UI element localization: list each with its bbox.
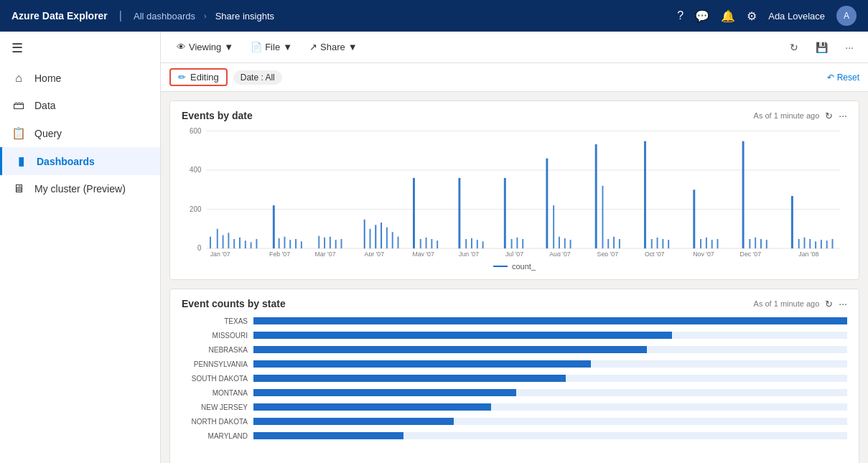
sidebar-item-cluster[interactable]: 🖥 My cluster (Preview) xyxy=(0,175,160,202)
bar-label: SOUTH DAKOTA xyxy=(182,375,253,383)
bar-track xyxy=(253,389,847,396)
bar-fill xyxy=(253,432,403,439)
chart2-refresh-icon[interactable]: ↻ xyxy=(825,299,833,309)
share-label: Share xyxy=(320,42,345,52)
refresh-button[interactable]: ↻ xyxy=(784,38,804,57)
bar-track xyxy=(253,346,847,353)
svg-rect-51 xyxy=(559,237,560,248)
svg-rect-14 xyxy=(245,240,246,248)
svg-rect-48 xyxy=(522,239,523,248)
bar-track xyxy=(253,418,847,425)
events-by-date-card: Events by date As of 1 minute ago ↻ ··· xyxy=(169,100,859,280)
svg-rect-59 xyxy=(644,141,646,248)
svg-rect-56 xyxy=(607,239,609,248)
svg-rect-30 xyxy=(375,225,376,248)
editing-box[interactable]: ✏ Editing xyxy=(169,68,228,86)
reset-label: Reset xyxy=(837,73,859,83)
breadcrumb-chevron: › xyxy=(204,11,207,20)
bar-label: PENNSYLVANIA xyxy=(182,360,253,368)
svg-rect-55 xyxy=(602,186,603,248)
nav-icons: ? 💬 🔔 ⚙ Ada Lovelace A xyxy=(677,6,857,26)
chart1-more-icon[interactable]: ··· xyxy=(839,110,847,121)
home-icon: ⌂ xyxy=(11,72,26,85)
app-brand: Azure Data Explorer xyxy=(11,10,108,22)
file-button[interactable]: 📄 File ▼ xyxy=(243,38,299,56)
sidebar-item-data[interactable]: 🗃 Data xyxy=(0,92,160,119)
bar-track xyxy=(253,332,847,339)
svg-text:Aug '07: Aug '07 xyxy=(549,251,570,256)
date-filter[interactable]: Date : All xyxy=(233,70,282,85)
sidebar-item-dashboards[interactable]: ▮ Dashboards xyxy=(0,147,160,175)
svg-rect-68 xyxy=(717,239,719,248)
bar-label: MONTANA xyxy=(182,389,253,397)
bar-fill xyxy=(253,332,672,339)
svg-rect-72 xyxy=(760,239,762,248)
chart1-title: Events by date xyxy=(182,110,754,121)
bar-chart-row: NORTH DAKOTA xyxy=(182,416,847,427)
bar-fill xyxy=(253,317,847,324)
svg-text:Feb '07: Feb '07 xyxy=(269,251,290,256)
bar-chart-row: SOUTH DAKOTA xyxy=(182,373,847,384)
svg-rect-63 xyxy=(668,240,669,248)
svg-rect-57 xyxy=(613,237,615,248)
chart2-title: Event counts by state xyxy=(182,298,754,309)
svg-rect-74 xyxy=(791,196,793,248)
help-icon[interactable]: ? xyxy=(677,9,683,22)
bar-fill xyxy=(253,346,647,353)
main-layout: ☰ ⌂ Home 🗃 Data 📋 Query ▮ Dashboards 🖥 M… xyxy=(0,32,868,463)
filter-bar-right: ↶ Reset xyxy=(827,73,859,83)
svg-rect-75 xyxy=(798,239,800,248)
svg-rect-65 xyxy=(700,239,701,248)
svg-rect-23 xyxy=(318,236,319,248)
svg-text:Jun '07: Jun '07 xyxy=(459,251,479,256)
svg-rect-81 xyxy=(832,239,834,248)
svg-rect-69 xyxy=(742,141,745,248)
chart2-meta-text: As of 1 minute ago xyxy=(754,299,820,308)
chart1-meta: As of 1 minute ago ↻ ··· xyxy=(754,110,847,121)
svg-rect-50 xyxy=(553,205,554,248)
svg-text:200: 200 xyxy=(190,205,201,213)
chart1-svg: 600 400 200 0 xyxy=(182,127,847,256)
editing-label: Editing xyxy=(190,72,219,83)
data-icon: 🗃 xyxy=(11,99,26,112)
share-button[interactable]: ↗ Share ▼ xyxy=(302,38,365,56)
settings-icon[interactable]: ⚙ xyxy=(747,9,757,23)
breadcrumb-all-dashboards[interactable]: All dashboards xyxy=(134,11,195,22)
sidebar-item-home[interactable]: ⌂ Home xyxy=(0,65,160,92)
file-chevron: ▼ xyxy=(283,42,292,52)
svg-text:Jan '07: Jan '07 xyxy=(210,251,230,256)
svg-rect-36 xyxy=(420,239,421,248)
viewing-chevron: ▼ xyxy=(224,42,233,52)
svg-rect-10 xyxy=(223,235,224,249)
user-avatar[interactable]: A xyxy=(836,6,857,26)
sidebar-item-query[interactable]: 📋 Query xyxy=(0,119,160,147)
svg-text:600: 600 xyxy=(190,127,201,135)
chart1-container: 600 400 200 0 xyxy=(182,127,847,271)
share-icon: ↗ xyxy=(309,42,317,52)
dashboards-icon: ▮ xyxy=(14,154,28,168)
bar-track xyxy=(253,317,847,324)
bar-fill xyxy=(253,418,454,425)
pencil-icon: ✏ xyxy=(178,72,186,83)
bar-track xyxy=(253,403,847,411)
svg-rect-37 xyxy=(426,238,427,248)
chart2-container: TEXASMISSOURINEBRASKAPENNSYLVANIASOUTH D… xyxy=(182,315,847,459)
reset-button[interactable]: ↶ Reset xyxy=(827,73,859,83)
more-options-button[interactable]: ··· xyxy=(839,38,859,57)
hamburger-menu[interactable]: ☰ xyxy=(0,32,160,65)
feedback-icon[interactable]: 💬 xyxy=(695,9,709,23)
chart1-refresh-icon[interactable]: ↻ xyxy=(825,111,833,121)
svg-text:400: 400 xyxy=(190,166,201,174)
chart2-more-icon[interactable]: ··· xyxy=(839,298,847,309)
share-chevron: ▼ xyxy=(348,42,358,52)
bar-chart-row: MARYLAND xyxy=(182,430,847,441)
svg-rect-42 xyxy=(471,238,472,248)
notification-icon[interactable]: 🔔 xyxy=(721,9,735,23)
viewing-button[interactable]: 👁 Viewing ▼ xyxy=(169,38,241,56)
filter-bar: ✏ Editing Date : All ↶ Reset xyxy=(161,63,868,92)
svg-rect-18 xyxy=(279,238,280,248)
top-nav: Azure Data Explorer | All dashboards › S… xyxy=(0,0,868,32)
svg-text:Mar '07: Mar '07 xyxy=(315,251,336,256)
save-button[interactable]: 💾 xyxy=(810,38,834,57)
svg-text:May '07: May '07 xyxy=(412,251,434,256)
